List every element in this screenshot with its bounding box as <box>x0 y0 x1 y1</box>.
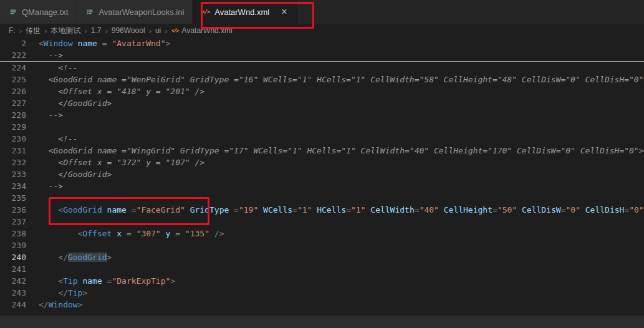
code-line-text[interactable] <box>26 263 644 275</box>
code-line[interactable]: 2<Window name = "AvatarWnd"> <box>0 37 644 49</box>
code-line-text[interactable]: <GoodGrid name ="FaceGrid" GridType ="19… <box>26 204 644 216</box>
xml-file-icon: </> <box>201 7 210 17</box>
tab-avatarwnd-xml[interactable]: </> AvatarWnd.xml × <box>193 0 297 24</box>
tab-qmanage-txt[interactable]: QManage.txt <box>0 0 77 24</box>
breadcrumb-item[interactable]: 本地测试 <box>50 26 80 36</box>
line-number[interactable]: 241 <box>0 263 26 275</box>
line-number[interactable]: 228 <box>0 109 26 121</box>
code-line-text[interactable] <box>26 121 644 133</box>
code-line[interactable]: 237 <box>0 216 644 228</box>
breadcrumb-item-drive[interactable]: F: <box>9 26 16 35</box>
code-line-text[interactable]: <GoodGrid name ="WingGrid" GridType ="17… <box>26 145 644 157</box>
code-lines: 224 <!--225 <GoodGrid name ="WenPeiGrid"… <box>0 62 644 311</box>
line-number[interactable]: 226 <box>0 85 26 97</box>
code-line[interactable]: 243 </Tip> <box>0 287 644 299</box>
line-number[interactable]: 238 <box>0 228 26 239</box>
tab-bar-empty-space <box>298 0 644 24</box>
code-line[interactable]: 233 </GoodGrid> <box>0 168 644 180</box>
line-number[interactable]: 234 <box>0 180 26 192</box>
breadcrumb-item[interactable]: 996Woool <box>112 26 145 35</box>
line-number[interactable]: 225 <box>0 74 26 85</box>
code-line-text[interactable]: <Offset x = "307" y = "135" /> <box>26 228 644 239</box>
breadcrumb-item[interactable]: 传世 <box>26 26 41 36</box>
line-number[interactable]: 233 <box>0 168 26 180</box>
code-line-text[interactable]: --> <box>26 180 644 192</box>
sticky-scroll: 2<Window name = "AvatarWnd">222 --> <box>0 37 644 62</box>
code-line[interactable]: 230 <!-- <box>0 133 644 145</box>
code-line[interactable]: 242 <Tip name ="DarkExpTip"> <box>0 275 644 287</box>
code-line-text[interactable]: </Tip> <box>26 287 644 299</box>
editor[interactable]: 2<Window name = "AvatarWnd">222 --> 224 … <box>0 37 644 328</box>
chevron-right-icon: › <box>164 27 168 35</box>
code-line-text[interactable] <box>26 192 644 204</box>
line-number[interactable]: 230 <box>0 133 26 145</box>
code-line-text[interactable]: <!-- <box>26 133 644 145</box>
line-number[interactable]: 237 <box>0 216 26 228</box>
code-line[interactable]: 232 <Offset x = "372" y = "107" /> <box>0 157 644 168</box>
code-line-text[interactable]: <Offset x = "418" y = "201" /> <box>26 85 644 97</box>
line-number[interactable]: 222 <box>0 49 26 61</box>
code-line[interactable]: 235 <box>0 192 644 204</box>
code-line-text[interactable]: <Tip name ="DarkExpTip"> <box>26 275 644 287</box>
code-line[interactable]: 234 --> <box>0 180 644 192</box>
code-line[interactable]: 222 --> <box>0 49 644 61</box>
breadcrumb-item[interactable]: 1.7 <box>91 26 102 35</box>
line-number[interactable]: 235 <box>0 192 26 204</box>
chevron-right-icon: › <box>84 27 87 35</box>
line-number[interactable]: 229 <box>0 121 26 133</box>
tab-label: AvatarWnd.xml <box>214 7 269 17</box>
code-line-text[interactable]: </GoodGrid> <box>26 251 644 263</box>
code-line[interactable]: 231 <GoodGrid name ="WingGrid" GridType … <box>0 145 644 157</box>
txt-file-icon <box>8 7 17 17</box>
code-line-text[interactable]: <!-- <box>26 62 644 74</box>
code-line-text[interactable]: --> <box>26 49 644 61</box>
ini-file-icon <box>85 7 94 17</box>
line-number[interactable]: 2 <box>0 37 26 49</box>
line-number[interactable]: 244 <box>0 299 26 311</box>
code-line-text[interactable] <box>26 239 644 251</box>
xml-file-icon: </> <box>171 27 179 34</box>
code-line[interactable]: 228 --> <box>0 109 644 121</box>
breadcrumb-item-file[interactable]: AvatarWnd.xml <box>182 26 233 35</box>
code-line-text[interactable]: <GoodGrid name ="WenPeiGrid" GridType ="… <box>26 74 644 85</box>
tab-label: AvatarWeaponLooks.ini <box>99 7 184 17</box>
code-line[interactable]: 240 </GoodGrid> <box>0 251 644 263</box>
line-number[interactable]: 232 <box>0 157 26 168</box>
code-line-text[interactable]: <Offset x = "372" y = "107" /> <box>26 157 644 168</box>
code-line[interactable]: 225 <GoodGrid name ="WenPeiGrid" GridTyp… <box>0 74 644 85</box>
code-line-text[interactable]: </GoodGrid> <box>26 168 644 180</box>
chevron-right-icon: › <box>148 27 152 35</box>
close-tab-icon[interactable]: × <box>279 6 289 17</box>
breadcrumb: F: › 传世 › 本地测试 › 1.7 › 996Woool › ui › <… <box>0 24 644 37</box>
chevron-right-icon: › <box>104 27 108 35</box>
chevron-right-icon: › <box>44 27 47 35</box>
chevron-right-icon: › <box>19 27 22 35</box>
line-number[interactable]: 231 <box>0 145 26 157</box>
breadcrumb-item[interactable]: ui <box>155 26 161 35</box>
line-number[interactable]: 224 <box>0 62 26 74</box>
code-line[interactable]: 238 <Offset x = "307" y = "135" /> <box>0 228 644 239</box>
code-line[interactable]: 227 </GoodGrid> <box>0 97 644 109</box>
code-line-text[interactable] <box>26 216 644 228</box>
code-line-text[interactable]: </Window> <box>26 299 644 311</box>
code-line-text[interactable]: </GoodGrid> <box>26 97 644 109</box>
code-line-text[interactable]: <Window name = "AvatarWnd"> <box>26 37 644 49</box>
code-line[interactable]: 241 <box>0 263 644 275</box>
code-line[interactable]: 239 <box>0 239 644 251</box>
line-number[interactable]: 240 <box>0 251 26 263</box>
code-line[interactable]: 236 <GoodGrid name ="FaceGrid" GridType … <box>0 204 644 216</box>
tab-avatarweaponlooks-ini[interactable]: AvatarWeaponLooks.ini <box>77 0 193 24</box>
tab-label: QManage.txt <box>22 7 68 17</box>
line-number[interactable]: 227 <box>0 97 26 109</box>
code-line[interactable]: 226 <Offset x = "418" y = "201" /> <box>0 85 644 97</box>
code-line[interactable]: 229 <box>0 121 644 133</box>
vscode-window: QManage.txt AvatarWeaponLooks.ini </> Av… <box>0 0 644 37</box>
line-number[interactable]: 243 <box>0 287 26 299</box>
code-line-text[interactable]: --> <box>26 109 644 121</box>
horizontal-scrollbar[interactable] <box>0 316 644 328</box>
line-number[interactable]: 239 <box>0 239 26 251</box>
line-number[interactable]: 242 <box>0 275 26 287</box>
code-line[interactable]: 244</Window> <box>0 299 644 311</box>
line-number[interactable]: 236 <box>0 204 26 216</box>
code-line[interactable]: 224 <!-- <box>0 62 644 74</box>
